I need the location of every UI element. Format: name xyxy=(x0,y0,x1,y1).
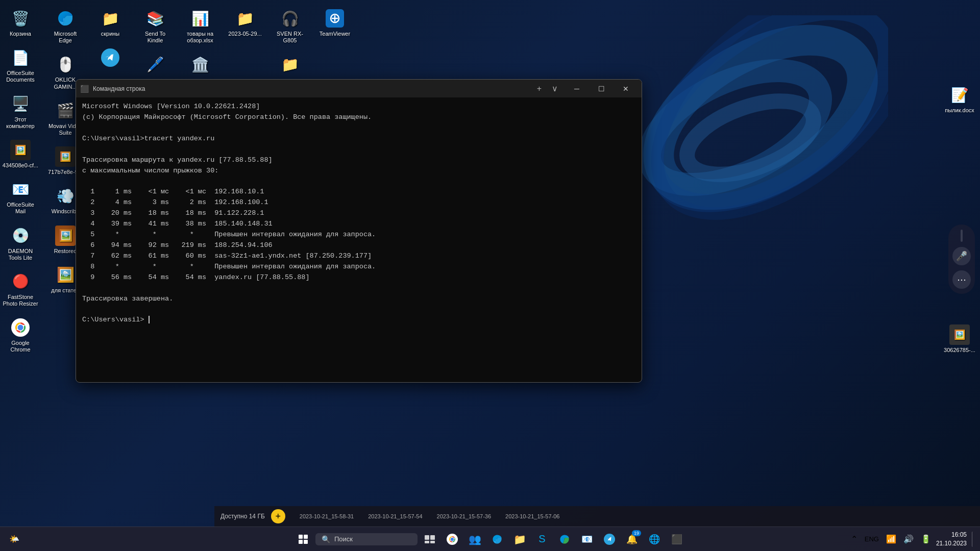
cmd-line-6: Трассировка маршрута к yandex.ru [77.88.… xyxy=(82,155,635,166)
taskbar-notification-wrap: 🔔 19 xyxy=(622,529,642,549)
search-placeholder: Поиск xyxy=(334,535,353,543)
ellipsis-btn[interactable]: ⋯ xyxy=(952,270,971,289)
tovary-icon: 📊 xyxy=(190,8,210,29)
thumb-item-4[interactable]: 2023-10-21_15-57-06 xyxy=(499,511,566,521)
clock-date: 21.10.2023 xyxy=(936,539,967,548)
icon-send-to-kindle[interactable]: 📚 Send To Kindle xyxy=(135,5,176,47)
icon-skriny[interactable]: 📁 скрины xyxy=(90,5,131,40)
taskbar-left: 🌤️ xyxy=(0,529,24,549)
icon-30626785[interactable]: 🖼️ 30626785-... xyxy=(939,321,980,357)
icon-30626785-label: 30626785-... xyxy=(944,347,975,354)
icon-tovary[interactable]: 📊 товары на обзор.xlsx xyxy=(180,5,220,47)
cmd-minimize-btn[interactable]: ─ xyxy=(565,80,589,97)
30626785-icon: 🖼️ xyxy=(949,324,970,345)
taskview-btn[interactable] xyxy=(420,529,440,549)
cmd-line-hop5: 5 * * * Превышен интервал ожидания для з… xyxy=(82,230,635,240)
icon-sven-label: SVEN RX-G805 xyxy=(272,31,308,44)
cmd-window: ⬛ Командная строка + ∨ ─ ☐ ✕ Microsoft W… xyxy=(76,79,642,383)
taskbar-edge2[interactable] xyxy=(554,529,575,549)
icon-officesuite-mail[interactable]: 📧 OfficeSuite Mail xyxy=(0,176,41,218)
show-desktop-btn[interactable] xyxy=(972,532,974,547)
icon-officesuite-doc[interactable]: 📄 OfficeSuite Documents xyxy=(0,44,41,86)
desktop-col-6: 📁 2023-05-29... xyxy=(225,5,265,40)
thumbnail-bar: Доступно 14 ГБ + 2023-10-21_15-58-31 202… xyxy=(214,506,980,527)
taskbar-mail[interactable]: 📧 xyxy=(577,529,597,549)
clock-time: 16:05 xyxy=(936,531,967,539)
icon-sven[interactable]: 🎧 SVEN RX-G805 xyxy=(270,5,310,47)
cmd-line-hop6: 6 94 ms 92 ms 219 ms 188.254.94.106 xyxy=(82,240,635,251)
taskbar-explorer[interactable]: 📁 xyxy=(509,529,530,549)
taskbar-chrome[interactable] xyxy=(442,529,462,549)
icon-google-chrome[interactable]: Google Chrome xyxy=(0,314,41,356)
quill-icon: 🖊️ xyxy=(145,54,165,74)
tray-lang[interactable]: ENG xyxy=(863,533,881,545)
cmd-line-7: с максимальным числом прыжков 30: xyxy=(82,166,635,177)
thumb-item-1[interactable]: 2023-10-21_15-58-31 xyxy=(293,511,360,521)
arch-icon: 🏛️ xyxy=(190,54,210,74)
search-bar[interactable]: 🔍 Поиск xyxy=(315,533,418,545)
taskbar-app9[interactable]: 🌐 xyxy=(644,529,665,549)
cmd-line-hop7: 7 62 ms 61 ms 60 ms sas-32z1-ae1.yndx.ne… xyxy=(82,251,635,262)
icon-etot-kompyuter-label: Этот компьютер xyxy=(2,116,39,130)
cmd-dropdown-btn[interactable]: ∨ xyxy=(549,83,561,94)
windscribe-icon: 💨 xyxy=(55,186,76,206)
weather-widget[interactable]: 🌤️ xyxy=(4,529,24,549)
cmd-body: Microsoft Windows [Version 10.0.22621.24… xyxy=(76,97,642,382)
cmd-line-hop3: 3 20 ms 18 ms 18 ms 91.122.228.1 xyxy=(82,208,635,219)
icon-telegram[interactable] xyxy=(90,44,131,73)
tray-volume[interactable]: 🔊 xyxy=(901,532,916,546)
icon-folder2[interactable]: 📁 xyxy=(270,51,310,80)
taskbar-center: 🔍 Поиск 👥 xyxy=(293,529,687,549)
taskbar-skype[interactable]: S xyxy=(532,529,552,549)
thumb-item-2[interactable]: 2023-10-21_15-57-54 xyxy=(362,511,428,521)
tray-chevron-up[interactable]: ⌃ xyxy=(849,532,860,546)
icon-daemon-tools[interactable]: 💿 DAEMON Tools Lite xyxy=(0,222,41,264)
desktop-col-1: 🗑️ Корзина 📄 OfficeSuite Documents 🖥️ Эт… xyxy=(0,5,41,357)
etot-kompyuter-icon: 🖥️ xyxy=(10,94,31,114)
svg-rect-19 xyxy=(430,541,435,543)
icon-send-to-kindle-label: Send To Kindle xyxy=(137,31,174,44)
cmd-maximize-btn[interactable]: ☐ xyxy=(590,80,613,97)
icon-pylyk-docx[interactable]: 📝 пылик.docx xyxy=(939,82,980,117)
icon-quill[interactable]: 🖊️ xyxy=(135,51,176,80)
taskbar-telegram[interactable] xyxy=(599,529,620,549)
icon-434508e0-label: 434508e0-cf... xyxy=(3,162,38,169)
icon-restored-label: Restored xyxy=(54,248,77,255)
taskbar-terminal[interactable]: ⬛ xyxy=(667,529,687,549)
icon-arch[interactable]: 🏛️ xyxy=(180,51,220,80)
icon-434508e0[interactable]: 🖼️ 434508e0-cf... xyxy=(0,137,41,172)
mic-btn[interactable]: 🎤 xyxy=(952,247,971,265)
icon-tovary-label: товары на обзор.xlsx xyxy=(182,31,218,44)
icon-2023-05-29[interactable]: 📁 2023-05-29... xyxy=(225,5,265,40)
taskbar-edge[interactable] xyxy=(487,529,507,549)
daemon-tools-icon: 💿 xyxy=(10,226,31,246)
icon-officesuite-doc-label: OfficeSuite Documents xyxy=(2,70,39,83)
cmd-line-blank2 xyxy=(82,283,635,294)
cmd-controls: ─ ☐ ✕ xyxy=(565,80,638,97)
clock[interactable]: 16:05 21.10.2023 xyxy=(936,531,967,548)
tray-battery[interactable]: 🔋 xyxy=(919,532,933,546)
add-thumbnail-btn[interactable]: + xyxy=(271,509,285,523)
taskbar-teams[interactable]: 👥 xyxy=(464,529,485,549)
thumb-item-3[interactable]: 2023-10-21_15-57-36 xyxy=(431,511,497,521)
icon-teamviewer[interactable]: TeamViewer xyxy=(314,5,355,40)
start-btn[interactable] xyxy=(293,529,313,549)
microsoft-edge-icon xyxy=(55,8,76,29)
cmd-close-btn[interactable]: ✕ xyxy=(614,80,638,97)
tray-wifi[interactable]: 📶 xyxy=(884,532,898,546)
cmd-line-hop2: 2 4 ms 3 ms 2 ms 192.168.100.1 xyxy=(82,197,635,208)
icon-faststone[interactable]: 🔴 FastStone Photo Resizer xyxy=(0,268,41,310)
cmd-line-hop9: 9 56 ms 54 ms 54 ms yandex.ru [77.88.55.… xyxy=(82,272,635,283)
cmd-new-tab-btn[interactable]: + xyxy=(534,83,545,94)
faststone-icon: 🔴 xyxy=(10,271,31,292)
icon-korzina[interactable]: 🗑️ Корзина xyxy=(0,5,41,40)
cmd-line-hop8: 8 * * * Превышен интервал ожидания для з… xyxy=(82,262,635,272)
svg-rect-16 xyxy=(425,535,429,540)
icon-etot-kompyuter[interactable]: 🖥️ Этот компьютер xyxy=(0,91,41,133)
svg-rect-18 xyxy=(425,541,429,543)
icon-microsoft-edge[interactable]: Microsoft Edge xyxy=(45,5,86,47)
taskbar-right: ⌃ ENG 📶 🔊 🔋 16:05 21.10.2023 xyxy=(849,531,980,548)
cmd-line-3 xyxy=(82,123,635,134)
icon-2023-05-29-label: 2023-05-29... xyxy=(228,31,261,37)
cmd-line-hop1: 1 1 ms <1 мс <1 мс 192.168.10.1 xyxy=(82,187,635,197)
